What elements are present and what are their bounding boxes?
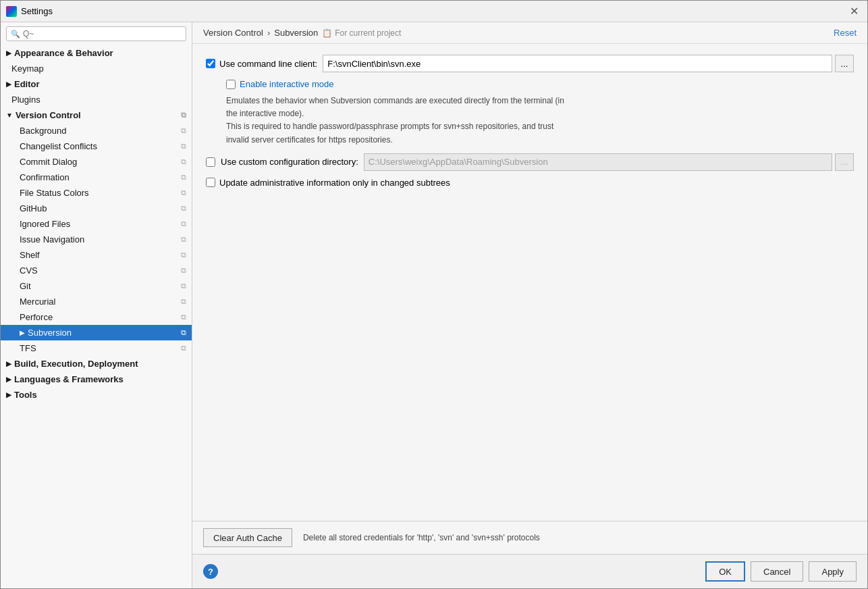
sidebar-item-tools[interactable]: ▶ Tools bbox=[1, 387, 192, 403]
sidebar-item-build[interactable]: ▶ Build, Execution, Deployment bbox=[1, 356, 192, 372]
description-content: Emulates the behavior when Subversion co… bbox=[226, 96, 564, 145]
cmd-client-row: Use command line client: ... bbox=[206, 55, 854, 72]
description-text: Emulates the behavior when Subversion co… bbox=[226, 95, 854, 147]
custom-config-path-row: ... bbox=[364, 153, 854, 171]
sidebar-label-plugins: Plugins bbox=[11, 95, 40, 105]
chevron-right-icon-lang: ▶ bbox=[6, 376, 11, 383]
custom-config-browse-button: ... bbox=[835, 153, 854, 171]
sidebar-item-tfs[interactable]: TFS ⧉ bbox=[1, 340, 192, 356]
sidebar-label-ignored-files: Ignored Files bbox=[20, 219, 70, 229]
footer: ? OK Cancel Apply bbox=[192, 554, 867, 588]
window-title: Settings bbox=[21, 6, 846, 16]
sidebar-item-background[interactable]: Background ⧉ bbox=[1, 123, 192, 138]
copy-icon-mercurial: ⧉ bbox=[181, 297, 186, 306]
sidebar-label-confirmation: Confirmation bbox=[20, 172, 70, 182]
chevron-right-icon-build: ▶ bbox=[6, 360, 11, 367]
breadcrumb-root: Version Control bbox=[203, 28, 263, 38]
sidebar-item-appearance[interactable]: ▶ Appearance & Behavior bbox=[1, 45, 192, 61]
clear-auth-button[interactable]: Clear Auth Cache bbox=[203, 528, 292, 547]
search-box[interactable]: 🔍 bbox=[6, 26, 186, 41]
sidebar-item-shelf[interactable]: Shelf ⧉ bbox=[1, 247, 192, 263]
command-line-path-input[interactable] bbox=[323, 55, 832, 72]
browse-button[interactable]: ... bbox=[835, 55, 854, 72]
right-panel: Version Control › Subversion 📋 For curre… bbox=[192, 22, 867, 588]
sidebar-item-perforce[interactable]: Perforce ⧉ bbox=[1, 309, 192, 325]
panel-header: Version Control › Subversion 📋 For curre… bbox=[192, 22, 867, 44]
sidebar-item-version-control[interactable]: ▼ Version Control ⧉ bbox=[1, 107, 192, 123]
sidebar-item-changelist-conflicts[interactable]: Changelist Conflicts ⧉ bbox=[1, 138, 192, 154]
sidebar-item-git[interactable]: Git ⧉ bbox=[1, 278, 192, 294]
chevron-down-icon-vc: ▼ bbox=[6, 111, 13, 119]
for-project-label: For current project bbox=[335, 28, 401, 38]
custom-config-path-input bbox=[364, 153, 832, 171]
sidebar-item-subversion[interactable]: ▶ Subversion ⧉ bbox=[1, 325, 192, 340]
chevron-right-icon-editor: ▶ bbox=[6, 80, 11, 88]
sidebar-label-cvs: CVS bbox=[20, 265, 38, 276]
sidebar-item-cvs[interactable]: CVS ⧉ bbox=[1, 263, 192, 278]
update-admin-row: Update administrative information only i… bbox=[206, 178, 854, 188]
sidebar-item-ignored-files[interactable]: Ignored Files ⧉ bbox=[1, 216, 192, 232]
sidebar-item-editor[interactable]: ▶ Editor bbox=[1, 76, 192, 92]
sidebar-label-commit-dialog: Commit Dialog bbox=[20, 157, 77, 167]
for-project: 📋 For current project bbox=[322, 28, 401, 38]
copy-icon-perforce: ⧉ bbox=[181, 313, 186, 322]
footer-buttons: OK Cancel Apply bbox=[705, 561, 857, 582]
sidebar-item-commit-dialog[interactable]: Commit Dialog ⧉ bbox=[1, 154, 192, 170]
sidebar-label-shelf: Shelf bbox=[20, 250, 40, 260]
chevron-right-icon-svn: ▶ bbox=[20, 329, 25, 336]
sidebar-label-build: Build, Execution, Deployment bbox=[14, 359, 138, 369]
sidebar-label-tools: Tools bbox=[14, 390, 37, 400]
sidebar-label-appearance: Appearance & Behavior bbox=[14, 48, 113, 58]
enable-interactive-checkbox[interactable] bbox=[226, 80, 236, 89]
sidebar-label-changelist: Changelist Conflicts bbox=[20, 141, 97, 151]
sidebar-label-version-control: Version Control bbox=[16, 110, 81, 120]
app-icon bbox=[6, 6, 17, 17]
reset-link[interactable]: Reset bbox=[834, 28, 857, 38]
copy-icon-background: ⧉ bbox=[181, 126, 186, 135]
clear-auth-row: Clear Auth Cache Delete all stored crede… bbox=[203, 528, 857, 547]
sidebar-label-editor: Editor bbox=[14, 79, 40, 89]
indent-block: Enable interactive mode Emulates the beh… bbox=[226, 79, 854, 147]
cancel-button[interactable]: Cancel bbox=[751, 561, 803, 582]
search-input[interactable] bbox=[23, 29, 182, 39]
breadcrumb: Version Control › Subversion 📋 For curre… bbox=[203, 28, 401, 38]
sidebar-item-mercurial[interactable]: Mercurial ⧉ bbox=[1, 294, 192, 309]
for-project-icon: 📋 bbox=[322, 28, 332, 38]
sidebar-item-plugins[interactable]: Plugins bbox=[1, 92, 192, 107]
cmd-client-label: Use command line client: bbox=[219, 59, 317, 69]
sidebar-item-issue-navigation[interactable]: Issue Navigation ⧉ bbox=[1, 232, 192, 247]
custom-config-label: Use custom configuration directory: bbox=[221, 157, 358, 167]
sidebar-item-confirmation[interactable]: Confirmation ⧉ bbox=[1, 170, 192, 185]
enable-interactive-text: Enable interactive mode bbox=[240, 79, 333, 89]
cmd-client-checkbox-label[interactable]: Use command line client: bbox=[206, 59, 317, 69]
settings-window: Settings ✕ 🔍 ▶ Appearance & Behavior Key… bbox=[0, 0, 868, 589]
sidebar: 🔍 ▶ Appearance & Behavior Keymap ▶ bbox=[1, 22, 192, 588]
enable-interactive-row: Enable interactive mode bbox=[226, 79, 854, 89]
copy-icon-subversion: ⧉ bbox=[181, 328, 186, 337]
copy-icon-issue-navigation: ⧉ bbox=[181, 235, 186, 244]
copy-icon-vc: ⧉ bbox=[181, 111, 186, 120]
copy-icon-confirmation: ⧉ bbox=[181, 173, 186, 182]
ok-button[interactable]: OK bbox=[705, 561, 745, 582]
sidebar-item-keymap[interactable]: Keymap bbox=[1, 61, 192, 76]
sidebar-item-languages[interactable]: ▶ Languages & Frameworks bbox=[1, 372, 192, 387]
copy-icon-cvs: ⧉ bbox=[181, 266, 186, 275]
update-admin-checkbox[interactable] bbox=[206, 178, 215, 187]
sidebar-label-github: GitHub bbox=[20, 203, 47, 213]
close-button[interactable]: ✕ bbox=[846, 3, 862, 20]
sidebar-label-background: Background bbox=[20, 126, 66, 136]
apply-button[interactable]: Apply bbox=[809, 561, 857, 582]
enable-interactive-label[interactable]: Enable interactive mode bbox=[240, 79, 333, 89]
chevron-right-icon: ▶ bbox=[6, 49, 11, 57]
sidebar-label-subversion: Subversion bbox=[28, 328, 72, 338]
custom-config-checkbox[interactable] bbox=[206, 157, 215, 167]
custom-config-row: Use custom configuration directory: ... bbox=[206, 153, 854, 171]
sidebar-item-file-status[interactable]: File Status Colors ⧉ bbox=[1, 185, 192, 201]
copy-icon-ignored-files: ⧉ bbox=[181, 220, 186, 228]
cmd-client-checkbox[interactable] bbox=[206, 59, 215, 68]
help-button[interactable]: ? bbox=[203, 564, 218, 579]
sidebar-label-file-status: File Status Colors bbox=[20, 188, 89, 198]
sidebar-item-github[interactable]: GitHub ⧉ bbox=[1, 201, 192, 216]
clear-auth-desc: Delete all stored credentials for 'http'… bbox=[303, 533, 540, 542]
sidebar-label-git: Git bbox=[20, 281, 31, 291]
